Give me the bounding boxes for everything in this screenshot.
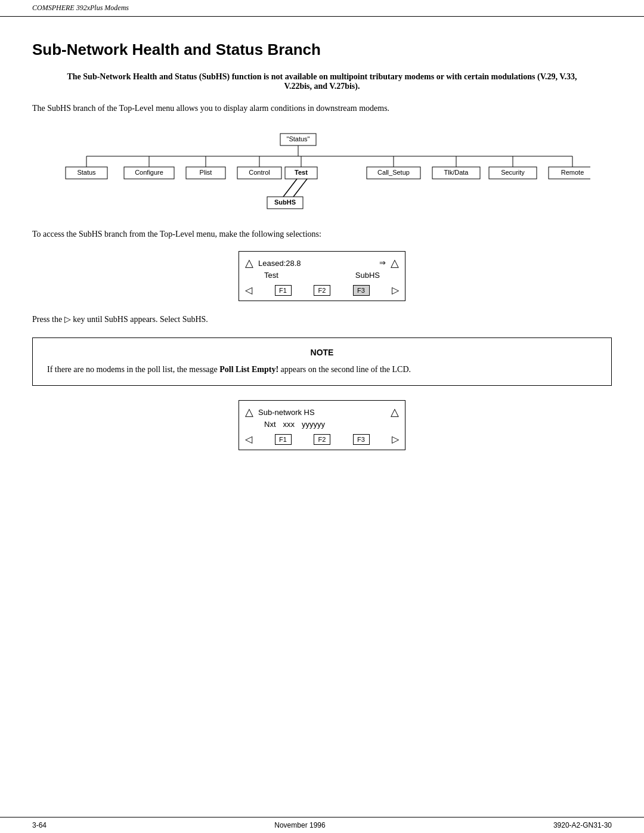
lcd2-main-row: Nxt xxx yyyyyy — [245, 420, 399, 429]
lcd-display-2: △ Sub-network HS △ Nxt xxx yyyyyy ◁ F1 F… — [32, 400, 612, 450]
lcd2-nxt: Nxt — [264, 420, 276, 429]
tree-diagram: "Status" — [32, 132, 612, 210]
lcd-up-arrow-right: △ — [391, 256, 399, 270]
svg-text:Status: Status — [77, 169, 96, 176]
warning-paragraph: The Sub-Network Health and Status (SubHS… — [32, 72, 612, 91]
lcd2-up-arrow-right: △ — [391, 405, 399, 419]
footer-left: 3-64 — [32, 821, 47, 829]
lcd-line2-left: Test — [264, 271, 278, 280]
page-header: COMSPHERE 392xPlus Modems — [0, 0, 644, 17]
lcd2-yyyyyy: yyyyyy — [302, 420, 325, 429]
note-bold: Poll List Empty! — [219, 365, 278, 374]
lcd2-f3-button[interactable]: F3 — [353, 434, 370, 445]
lcd2-f2-button[interactable]: F2 — [314, 434, 330, 445]
instruction-paragraph: To access the SubHS branch from the Top-… — [32, 228, 612, 240]
lcd-bottom-row: ◁ F1 F2 F3 ▷ — [245, 284, 399, 296]
footer-center: November 1996 — [274, 821, 325, 829]
lcd-box-2: △ Sub-network HS △ Nxt xxx yyyyyy ◁ F1 F… — [239, 400, 405, 450]
lcd2-forward-arrow: ▷ — [392, 433, 399, 445]
header-text: COMSPHERE 392xPlus Modems — [32, 4, 129, 12]
lcd2-back-arrow: ◁ — [245, 433, 252, 445]
note-box: NOTE If there are no modems in the poll … — [32, 337, 612, 386]
lcd2-xxx: xxx — [283, 420, 295, 429]
svg-text:Tlk/Data: Tlk/Data — [444, 169, 469, 176]
lcd2-bottom-row: ◁ F1 F2 F3 ▷ — [245, 433, 399, 445]
lcd-line2-right: SubHS — [355, 271, 380, 280]
lcd-box-1: △ Leased:28.8 ⇒ △ Test SubHS ◁ F1 F2 F3 … — [239, 251, 405, 301]
lcd-forward-arrow: ▷ — [392, 284, 399, 296]
main-content: Sub-Network Health and Status Branch The… — [0, 17, 644, 498]
lcd-line1-left: Leased:28.8 — [258, 259, 301, 268]
lcd-up-arrow: △ — [245, 256, 253, 270]
tree-svg: "Status" — [54, 132, 590, 210]
svg-text:Security: Security — [501, 169, 525, 176]
svg-text:SubHS: SubHS — [274, 199, 296, 206]
lcd-main-row: Test SubHS — [245, 271, 399, 280]
svg-text:"Status": "Status" — [287, 135, 310, 143]
svg-text:Call_Setup: Call_Setup — [377, 169, 410, 176]
svg-text:Control: Control — [249, 169, 270, 176]
lcd-f1-button[interactable]: F1 — [275, 285, 292, 296]
lcd-f3-button[interactable]: F3 — [353, 285, 370, 296]
lcd-top-row: △ Leased:28.8 ⇒ △ — [245, 256, 399, 270]
page-title: Sub-Network Health and Status Branch — [32, 41, 612, 59]
page-footer: 3-64 November 1996 3920-A2-GN31-30 — [0, 817, 644, 833]
lcd2-line1: Sub-network HS — [258, 408, 315, 417]
lcd2-top-row: △ Sub-network HS △ — [245, 405, 399, 419]
lcd-f2-button[interactable]: F2 — [314, 285, 330, 296]
lcd2-up-arrow: △ — [245, 405, 253, 419]
press-instruction: Press the ▷ key until SubHS appears. Sel… — [32, 313, 612, 326]
body-paragraph-1: The SubHS branch of the Top-Level menu a… — [32, 102, 612, 114]
lcd-back-arrow: ◁ — [245, 284, 252, 296]
lcd-display-1: △ Leased:28.8 ⇒ △ Test SubHS ◁ F1 F2 F3 … — [32, 251, 612, 301]
note-title: NOTE — [47, 348, 597, 357]
svg-text:Test: Test — [295, 169, 308, 176]
svg-text:Remote: Remote — [561, 169, 584, 176]
note-text: If there are no modems in the poll list,… — [47, 363, 597, 376]
svg-text:Configure: Configure — [135, 169, 163, 176]
svg-text:Plist: Plist — [200, 169, 212, 176]
lcd-transfer-icon: ⇒ — [379, 258, 386, 268]
lcd2-f1-button[interactable]: F1 — [275, 434, 292, 445]
footer-right: 3920-A2-GN31-30 — [553, 821, 612, 829]
